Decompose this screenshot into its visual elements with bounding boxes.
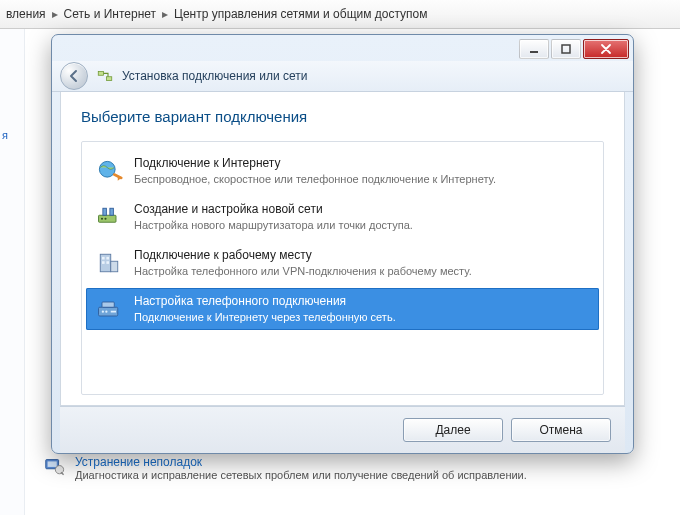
svg-rect-5 [562, 45, 570, 53]
troubleshoot-desc: Диагностика и исправление сетевых пробле… [75, 469, 527, 481]
option-title: Настройка телефонного подключения [134, 294, 396, 310]
troubleshoot-block[interactable]: Устранение неполадок Диагностика и испра… [43, 455, 662, 481]
breadcrumb-item[interactable]: вления [2, 7, 50, 21]
svg-rect-11 [103, 208, 107, 215]
option-desc: Настройка нового маршрутизатора или точк… [134, 218, 413, 232]
option-title: Подключение к рабочему месту [134, 248, 472, 264]
minimize-button[interactable] [519, 39, 549, 59]
chevron-right-icon: ▸ [160, 7, 170, 21]
svg-rect-20 [111, 261, 118, 272]
router-icon [94, 202, 124, 232]
breadcrumb-item[interactable]: Центр управления сетями и общим доступом [170, 7, 432, 21]
breadcrumb[interactable]: вления ▸ Сеть и Интернет ▸ Центр управле… [0, 0, 680, 29]
svg-point-23 [102, 310, 104, 312]
building-icon [94, 248, 124, 278]
svg-rect-4 [530, 51, 538, 53]
svg-rect-15 [100, 254, 111, 272]
svg-rect-1 [48, 461, 57, 467]
wizard-title: Установка подключения или сети [122, 69, 307, 83]
phone-modem-icon [94, 294, 124, 324]
globe-icon [94, 156, 124, 186]
cancel-button[interactable]: Отмена [511, 418, 611, 442]
option-dialup[interactable]: Настройка телефонного подключения Подклю… [86, 288, 599, 330]
svg-rect-16 [102, 257, 105, 260]
option-internet[interactable]: Подключение к Интернету Беспроводное, ск… [86, 150, 599, 192]
svg-rect-12 [110, 208, 114, 215]
connection-options-list: Подключение к Интернету Беспроводное, ск… [81, 141, 604, 395]
option-desc: Беспроводное, скоростное или телефонное … [134, 172, 496, 186]
chevron-right-icon: ▸ [50, 7, 60, 21]
option-desc: Подключение к Интернету через телефонную… [134, 310, 396, 324]
network-icon [96, 67, 114, 85]
close-button[interactable] [583, 39, 629, 59]
svg-rect-7 [107, 77, 112, 81]
back-button[interactable] [60, 62, 88, 90]
breadcrumb-item[interactable]: Сеть и Интернет [60, 7, 160, 21]
svg-rect-18 [102, 261, 105, 264]
option-title: Подключение к Интернету [134, 156, 496, 172]
option-new-network[interactable]: Создание и настройка новой сети Настройк… [86, 196, 599, 238]
wizard-buttons: Далее Отмена [60, 406, 625, 453]
troubleshoot-icon [43, 455, 65, 477]
svg-point-13 [101, 218, 103, 220]
wizard-content: Выберите вариант подключения Подключение… [60, 92, 625, 406]
svg-point-8 [99, 161, 115, 177]
svg-rect-22 [102, 302, 114, 307]
svg-rect-19 [106, 261, 109, 264]
option-workplace[interactable]: Подключение к рабочему месту Настройка т… [86, 242, 599, 284]
svg-point-24 [105, 310, 107, 312]
option-desc: Настройка телефонного или VPN-подключени… [134, 264, 472, 278]
svg-rect-17 [106, 257, 109, 260]
wizard-header: Установка подключения или сети [52, 61, 633, 92]
sidebar: я [0, 29, 25, 515]
option-title: Создание и настройка новой сети [134, 202, 413, 218]
svg-point-14 [104, 218, 106, 220]
titlebar [52, 35, 633, 61]
maximize-button[interactable] [551, 39, 581, 59]
troubleshoot-title[interactable]: Устранение неполадок [75, 455, 527, 469]
instruction-text: Выберите вариант подключения [81, 108, 604, 125]
svg-rect-6 [98, 72, 103, 76]
next-button[interactable]: Далее [403, 418, 503, 442]
sidebar-fragment: я [2, 129, 8, 141]
connection-wizard-dialog: Установка подключения или сети Выберите … [51, 34, 634, 454]
